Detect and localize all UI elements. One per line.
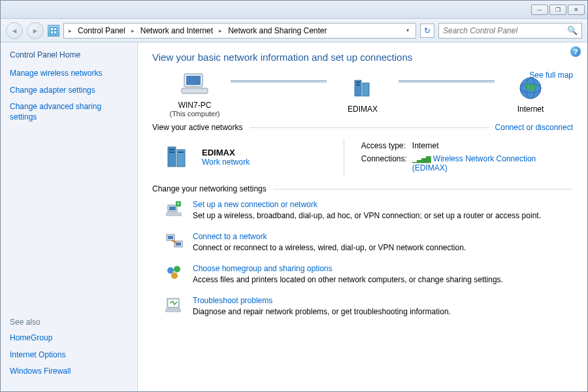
svg-point-31 [174,266,180,272]
sidebar-link-firewall[interactable]: Windows Firewall [10,367,128,377]
breadcrumb-item-network-internet[interactable]: Network and Internet [138,25,216,37]
access-type-label: Access type: [361,140,411,152]
svg-rect-8 [189,86,197,89]
chevron-right-icon[interactable]: ▸ [67,27,74,34]
svg-rect-2 [54,28,56,30]
netmap-this-computer: WIN7-PC (This computer) [152,71,237,118]
page-title: View your basic network information and … [152,52,573,63]
titlebar: ─ ❐ ✕ [1,1,587,19]
divider [250,127,489,128]
connect-disconnect-link[interactable]: Connect or disconnect [495,123,573,132]
computer-icon [179,71,210,98]
active-network-type-link[interactable]: Work network [202,157,250,167]
breadcrumb-dropdown[interactable]: ▾ [402,27,413,33]
task-setup-connection: + Set up a new connection or network Set… [152,200,573,220]
netmap-router: EDIMAX [320,74,405,114]
navbar: ◄ ► ▸ Control Panel ▸ Network and Intern… [1,19,587,42]
svg-rect-3 [51,31,53,33]
netmap-connector [231,80,327,82]
access-type-value: Internet [412,140,572,152]
task-title-link[interactable]: Troubleshoot problems [193,296,573,305]
divider [273,189,573,189]
breadcrumb-item-control-panel[interactable]: Control Panel [75,25,128,37]
task-description: Set up a wireless, broadband, dial-up, a… [193,211,573,220]
sidebar-link-advanced-sharing[interactable]: Change advanced sharing settings [10,102,128,122]
maximize-button[interactable]: ❐ [549,5,566,15]
active-network-name: EDIMAX [202,148,250,157]
svg-rect-35 [166,309,180,312]
svg-rect-18 [169,149,174,150]
connect-network-icon [165,232,184,250]
back-button[interactable]: ◄ [6,22,23,39]
netmap-label: WIN7-PC [178,101,212,110]
task-title-link[interactable]: Choose homegroup and sharing options [193,264,573,273]
active-network-block: EDIMAX Work network Access type: Interne… [152,139,573,175]
svg-rect-12 [356,84,360,86]
close-button[interactable]: ✕ [568,5,585,15]
search-icon[interactable]: 🔍 [567,25,578,35]
netmap-label: Internet [517,105,544,114]
svg-rect-10 [363,83,369,96]
svg-point-30 [167,267,174,274]
router-icon [347,74,378,102]
troubleshoot-icon [165,296,184,314]
help-icon[interactable]: ? [570,46,581,57]
sidebar-link-wireless[interactable]: Manage wireless networks [10,69,128,79]
see-full-map-link[interactable]: See full map [529,71,573,80]
breadcrumb[interactable]: ▸ Control Panel ▸ Network and Internet ▸… [63,23,416,39]
svg-rect-19 [169,152,174,153]
svg-text:+: + [176,201,180,207]
refresh-button[interactable]: ↻ [420,24,434,38]
netmap-internet: Internet [488,74,573,114]
task-description: Connect or reconnect to a wireless, wire… [193,243,573,252]
search-input[interactable] [443,26,567,35]
svg-rect-25 [167,213,181,216]
svg-rect-20 [178,152,184,153]
homegroup-icon [165,264,184,282]
task-homegroup-sharing: Choose homegroup and sharing options Acc… [152,264,573,284]
svg-rect-0 [50,27,57,35]
connection-link[interactable]: Wireless Network Connection (EDIMAX) [412,154,536,172]
minimize-button[interactable]: ─ [531,5,548,15]
svg-rect-1 [51,28,53,30]
network-sharing-center-window: ─ ❐ ✕ ◄ ► ▸ Control Panel ▸ Network and … [0,0,588,392]
breadcrumb-item-network-sharing[interactable]: Network and Sharing Center [225,25,329,37]
svg-rect-22 [169,206,176,210]
see-also-heading: See also [10,318,128,327]
task-description: Diagnose and repair network problems, or… [193,307,573,316]
sidebar-link-homegroup[interactable]: HomeGroup [10,333,128,344]
svg-rect-27 [168,236,173,239]
svg-rect-4 [54,31,56,33]
task-title-link[interactable]: Set up a new connection or network [193,200,573,209]
netmap-label: EDIMAX [348,105,378,114]
signal-bars-icon: ▁▃▅▇ [412,155,431,163]
address-icon [48,25,59,37]
svg-rect-11 [356,82,360,83]
network-icon [165,143,193,171]
search-box[interactable]: 🔍 [438,23,582,39]
networking-settings-heading: Change your networking settings [152,184,267,193]
connections-label: Connections: [361,153,411,174]
sidebar-home-link[interactable]: Control Panel Home [10,50,128,59]
network-map: WIN7-PC (This computer) EDIMAX Internet [152,71,573,118]
chevron-right-icon[interactable]: ▸ [217,27,224,34]
chevron-right-icon[interactable]: ▸ [129,27,137,34]
svg-rect-6 [186,76,201,85]
netmap-sublabel: (This computer) [169,110,220,118]
setup-connection-icon: + [165,200,184,218]
forward-button[interactable]: ► [27,22,44,39]
task-title-link[interactable]: Connect to a network [193,232,573,241]
svg-rect-7 [182,88,208,93]
svg-point-32 [171,272,178,279]
task-connect-network: Connect to a network Connect or reconnec… [152,232,573,252]
sidebar-link-adapter[interactable]: Change adapter settings [10,86,128,96]
task-troubleshoot: Troubleshoot problems Diagnose and repai… [152,296,573,316]
task-description: Access files and printers located on oth… [193,275,573,284]
netmap-connector [399,80,495,82]
main-content: ? View your basic network information an… [138,42,587,391]
sidebar-link-internet-options[interactable]: Internet Options [10,350,128,361]
sidebar: Control Panel Home Manage wireless netwo… [1,42,138,391]
active-networks-heading: View your active networks [152,123,243,132]
